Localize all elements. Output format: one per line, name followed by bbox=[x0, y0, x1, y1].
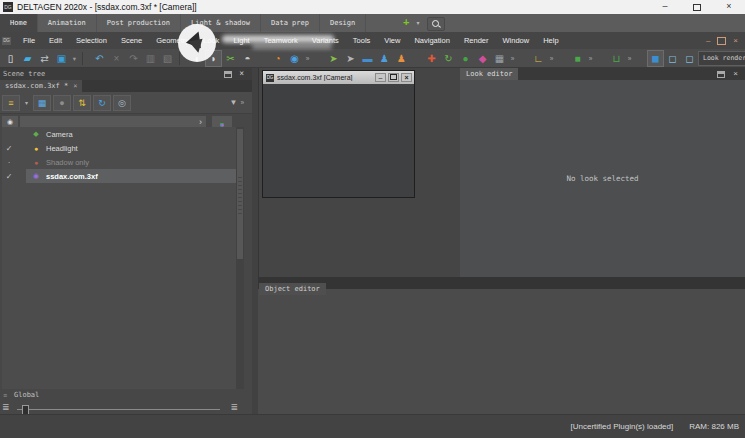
scene-tree-tab[interactable]: ssdax.com.3xf * × bbox=[0, 80, 82, 92]
ribbon-tab-home[interactable]: Home bbox=[0, 14, 38, 32]
uv-editor-icon[interactable]: ⊔ bbox=[608, 50, 625, 67]
coordinate-system-icon[interactable]: ∟ bbox=[530, 50, 547, 67]
add-tab-button[interactable]: + bbox=[398, 14, 414, 32]
sync-selection-icon[interactable]: ↻ bbox=[93, 95, 111, 111]
copy-icon[interactable]: ▧ bbox=[159, 50, 176, 67]
undo-icon[interactable]: ↶ bbox=[91, 50, 108, 67]
visibility-checkbox[interactable]: · bbox=[2, 158, 16, 167]
render-view-icon[interactable]: ◖ bbox=[188, 50, 205, 67]
viewport-minimize-button[interactable]: – bbox=[375, 73, 386, 82]
minimize-button[interactable]: – bbox=[649, 0, 681, 14]
scrollbar-thumb[interactable] bbox=[237, 129, 243, 259]
ribbon-tab-light-shadow[interactable]: Light & shadow bbox=[181, 14, 261, 32]
menu-view[interactable]: View bbox=[377, 36, 407, 45]
import-export-icon[interactable]: ⇄ bbox=[36, 50, 53, 67]
viewport-maximize-button[interactable] bbox=[388, 73, 399, 82]
viewport-titlebar[interactable]: DG ssdax.com.3xf [Camera] – × bbox=[263, 71, 414, 84]
new-file-icon[interactable]: ▯ bbox=[2, 50, 19, 67]
time-measure-icon[interactable]: ◔ bbox=[269, 50, 286, 67]
tree-item-camera[interactable]: ◆ Camera bbox=[2, 127, 236, 141]
sort-mode-caret-icon[interactable]: ▾ bbox=[22, 95, 31, 111]
overflow-icon[interactable]: » bbox=[240, 99, 244, 106]
rotate-manipulator-icon[interactable]: ↻ bbox=[440, 50, 457, 67]
look-ghost-icon[interactable]: ◻ bbox=[681, 50, 698, 67]
expand-collapse-icon[interactable]: ⇅ bbox=[73, 95, 91, 111]
search-icon[interactable] bbox=[427, 17, 445, 31]
look-wireframe-icon[interactable]: ◻ bbox=[664, 50, 681, 67]
menu-selection[interactable]: Selection bbox=[69, 36, 114, 45]
scale-manipulator-icon[interactable]: ● bbox=[457, 50, 474, 67]
close-panel-icon[interactable]: × bbox=[733, 69, 738, 79]
visibility-checkbox[interactable]: ✓ bbox=[2, 144, 16, 153]
select-person-icon[interactable]: ♟ bbox=[376, 50, 393, 67]
sort-mode-icon[interactable]: ≡ bbox=[2, 95, 20, 111]
menu-light[interactable]: Light bbox=[226, 36, 256, 45]
look-editor-tab[interactable]: Look editor bbox=[460, 68, 518, 80]
viewport-canvas[interactable] bbox=[263, 84, 414, 195]
float-panel-icon[interactable] bbox=[224, 71, 232, 78]
menu-navigation[interactable]: Navigation bbox=[407, 36, 456, 45]
viewport-close-button[interactable]: × bbox=[401, 73, 412, 82]
save-options-caret-icon[interactable]: ▾ bbox=[70, 50, 79, 67]
scene-tree-scrollbar[interactable] bbox=[236, 127, 244, 389]
material-pick-icon[interactable]: ◆ bbox=[474, 50, 491, 67]
open-file-icon[interactable]: ▰ bbox=[19, 50, 36, 67]
delete-icon[interactable]: × bbox=[108, 50, 125, 67]
ribbon-tab-data-prep[interactable]: Data prep bbox=[261, 14, 320, 32]
menu-render[interactable]: Render bbox=[457, 36, 496, 45]
tree-item-ssdax[interactable]: ✓ ◉ ssdax.com.3xf bbox=[2, 169, 236, 183]
redo-icon[interactable]: ↷ bbox=[125, 50, 142, 67]
tree-item-headlight[interactable]: ✓ ● Headlight bbox=[2, 141, 236, 155]
select-paint-icon[interactable]: ➤ bbox=[325, 50, 342, 67]
overflow-icon[interactable]: » bbox=[547, 50, 556, 67]
look-shaded-icon[interactable]: ◼ bbox=[647, 50, 664, 67]
geometry-tools-icon[interactable]: ■ bbox=[569, 50, 586, 67]
menu-variants[interactable]: Variants bbox=[305, 36, 346, 45]
close-button[interactable]: × bbox=[713, 0, 745, 14]
menu-file[interactable]: File bbox=[16, 36, 42, 45]
paste-icon[interactable]: ▥ bbox=[142, 50, 159, 67]
tree-columns-icon[interactable]: ▦ bbox=[33, 95, 51, 111]
float-panel-icon[interactable] bbox=[717, 71, 725, 78]
select-cursor-icon[interactable]: ➤ bbox=[342, 50, 359, 67]
move-manipulator-icon[interactable]: ✚ bbox=[423, 50, 440, 67]
timeline-keyframes-icon[interactable]: ≣ bbox=[2, 402, 10, 412]
menu-scene[interactable]: Scene bbox=[114, 36, 149, 45]
menu-geometry[interactable]: Geometry bbox=[149, 36, 196, 45]
snap-grid-icon[interactable]: ▦ bbox=[491, 50, 508, 67]
tree-item-shadow-only[interactable]: · ● Shadow only bbox=[2, 155, 236, 169]
overflow-icon[interactable]: » bbox=[586, 50, 595, 67]
ribbon-tab-design[interactable]: Design bbox=[320, 14, 366, 32]
rect-select-icon[interactable]: ▬ bbox=[359, 50, 376, 67]
cut-geometry-icon[interactable]: ✂ bbox=[222, 50, 239, 67]
save-icon[interactable]: ▣ bbox=[53, 50, 70, 67]
overflow-icon[interactable]: » bbox=[303, 50, 312, 67]
mdi-restore-button[interactable] bbox=[717, 37, 726, 45]
maximize-button[interactable] bbox=[681, 0, 713, 14]
look-renderer-select[interactable]: Look renderer ▾ bbox=[698, 51, 745, 66]
mdi-minimize-button[interactable]: – bbox=[706, 36, 710, 45]
timeline-menu-icon[interactable]: ≡ bbox=[3, 392, 7, 399]
locate-icon[interactable]: ◎ bbox=[113, 95, 131, 111]
menu-edit[interactable]: Edit bbox=[42, 36, 69, 45]
overflow-icon[interactable]: » bbox=[508, 50, 517, 67]
shaded-sphere-icon[interactable]: ◗ bbox=[205, 50, 222, 67]
visibility-checkbox[interactable]: ✓ bbox=[2, 172, 16, 181]
timeline-options-icon[interactable]: ≣ bbox=[230, 402, 238, 412]
menu-help[interactable]: Help bbox=[536, 36, 565, 45]
viewport-window[interactable]: DG ssdax.com.3xf [Camera] – × bbox=[262, 70, 415, 198]
close-tab-icon[interactable]: × bbox=[73, 80, 77, 92]
menu-window[interactable]: Window bbox=[496, 36, 537, 45]
add-tab-caret-icon[interactable]: ▾ bbox=[414, 14, 421, 32]
object-editor-tab[interactable]: Object editor bbox=[259, 283, 326, 295]
close-panel-icon[interactable]: × bbox=[239, 69, 244, 79]
ribbon-tab-animation[interactable]: Animation bbox=[38, 14, 97, 32]
filter-icon[interactable]: ▼ bbox=[229, 98, 237, 107]
select-group-icon[interactable]: ♟ bbox=[393, 50, 410, 67]
camera-icon[interactable]: ◉ bbox=[286, 50, 303, 67]
menu-look[interactable]: Look bbox=[196, 36, 226, 45]
clay-mode-icon[interactable]: ◓ bbox=[239, 50, 256, 67]
overflow-icon[interactable]: » bbox=[625, 50, 634, 67]
ribbon-tab-post-production[interactable]: Post production bbox=[97, 14, 181, 32]
timeline-track[interactable] bbox=[17, 409, 220, 410]
